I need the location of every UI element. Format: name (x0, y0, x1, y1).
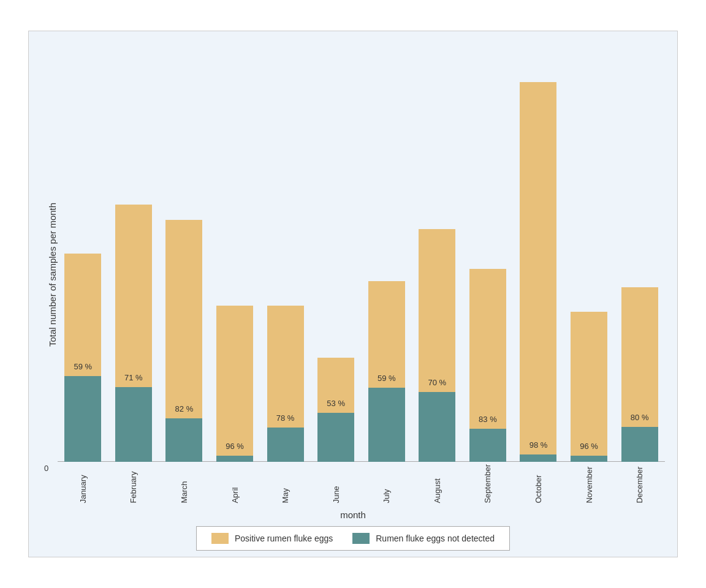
bar-percent-label: 59 % (74, 362, 92, 371)
bar-stack: 82 % (165, 220, 202, 462)
bar-stack: 96 % (216, 306, 253, 462)
bar-positive-segment: 98 % (520, 82, 556, 454)
x-label-slot: April (210, 464, 260, 506)
legend-swatch-positive (211, 533, 229, 544)
bar-slot: 70 % (412, 43, 463, 462)
x-axis-title: month (41, 510, 665, 520)
bar-negative-segment (216, 456, 253, 462)
bar-slot: 80 % (614, 43, 665, 462)
chart-inner: 0 59 %71 %82 %96 %78 %53 %59 %70 %83 %98… (58, 43, 665, 506)
bar-stack: 71 % (115, 205, 152, 462)
x-label-slot: February (108, 464, 159, 506)
x-label-slot: September (463, 464, 514, 506)
bar-positive-segment: 96 % (216, 306, 253, 456)
bar-stack: 98 % (520, 82, 556, 462)
bar-positive-segment: 80 % (621, 287, 658, 427)
legend-label-negative: Rumen fluke eggs not detected (376, 533, 495, 543)
bar-stack: 59 % (368, 281, 405, 462)
bar-negative-segment (368, 388, 405, 462)
bar-negative-segment (621, 427, 658, 462)
bar-percent-label: 71 % (124, 373, 143, 382)
bar-percent-label: 96 % (226, 442, 244, 451)
bar-stack: 70 % (419, 229, 455, 462)
bar-percent-label: 80 % (631, 413, 649, 422)
bars-group: 59 %71 %82 %96 %78 %53 %59 %70 %83 %98 %… (58, 43, 665, 462)
legend-label-positive: Positive rumen fluke eggs (235, 533, 333, 543)
x-axis-month-label: April (230, 464, 240, 506)
x-axis-month-label: October (534, 464, 543, 506)
legend-item-negative: Rumen fluke eggs not detected (352, 533, 495, 544)
bar-negative-segment (115, 387, 152, 462)
bar-negative-segment (165, 418, 202, 462)
chart-area: Total number of samples per month 0 59 %… (41, 43, 665, 506)
bar-stack: 53 % (317, 358, 354, 462)
bar-stack: 80 % (621, 287, 658, 462)
bar-stack: 83 % (469, 269, 506, 462)
x-label-slot: June (311, 464, 362, 506)
x-axis: JanuaryFebruaryMarchAprilMayJuneJulyAugu… (58, 464, 665, 506)
bar-slot: 98 % (513, 43, 564, 462)
bar-positive-segment: 83 % (469, 269, 506, 429)
x-axis-month-label: January (78, 464, 88, 506)
bar-percent-label: 78 % (276, 413, 295, 423)
legend: Positive rumen fluke eggs Rumen fluke eg… (196, 526, 510, 551)
bar-negative-segment (317, 413, 354, 462)
x-axis-month-label: September (483, 464, 492, 506)
bar-percent-label: 53 % (327, 399, 345, 408)
legend-swatch-negative (352, 533, 370, 544)
bar-negative-segment (571, 456, 607, 462)
bar-positive-segment: 78 % (267, 306, 304, 428)
x-label-slot: November (564, 464, 615, 506)
bar-slot: 83 % (463, 43, 514, 462)
bar-percent-label: 70 % (428, 378, 447, 387)
bar-positive-segment: 53 % (317, 358, 354, 413)
bar-stack: 59 % (64, 254, 101, 462)
bar-positive-segment: 59 % (368, 281, 405, 388)
bar-percent-label: 96 % (580, 442, 598, 451)
bar-percent-label: 98 % (530, 440, 548, 450)
bar-negative-segment (469, 429, 506, 462)
x-label-slot: March (159, 464, 210, 506)
x-label-slot: October (513, 464, 564, 506)
bar-stack: 96 % (571, 312, 607, 462)
x-label-slot: January (58, 464, 108, 506)
bar-positive-segment: 82 % (165, 220, 202, 418)
bars-container: 0 59 %71 %82 %96 %78 %53 %59 %70 %83 %98… (58, 43, 665, 462)
x-label-slot: December (614, 464, 665, 506)
legend-item-positive: Positive rumen fluke eggs (211, 533, 333, 544)
bar-stack: 78 % (267, 306, 304, 462)
x-axis-month-label: June (332, 464, 341, 506)
x-axis-month-label: July (382, 464, 391, 506)
bar-slot: 82 % (159, 43, 210, 462)
bar-positive-segment: 71 % (115, 205, 152, 387)
bar-positive-segment: 70 % (419, 229, 455, 392)
zero-label: 0 (44, 464, 48, 473)
x-axis-month-label: December (635, 464, 644, 506)
x-label-slot: August (412, 464, 463, 506)
x-axis-month-label: November (585, 464, 594, 506)
bar-slot: 59 % (361, 43, 412, 462)
x-label-slot: July (361, 464, 412, 506)
bar-positive-segment: 96 % (571, 312, 607, 456)
bar-percent-label: 82 % (175, 404, 194, 413)
x-axis-month-label: August (433, 464, 442, 506)
x-axis-month-label: May (281, 464, 290, 506)
x-axis-month-label: February (129, 464, 138, 506)
chart-container: Total number of samples per month 0 59 %… (28, 31, 678, 557)
bar-slot: 71 % (108, 43, 159, 462)
x-axis-month-label: March (180, 464, 189, 506)
bar-negative-segment (64, 376, 101, 462)
bar-slot: 59 % (58, 43, 108, 462)
bar-negative-segment (267, 428, 304, 462)
bar-negative-segment (419, 392, 455, 462)
x-label-slot: May (260, 464, 311, 506)
bar-percent-label: 59 % (378, 374, 396, 383)
y-axis-label: Total number of samples per month (41, 43, 58, 506)
bar-slot: 96 % (564, 43, 615, 462)
bar-slot: 96 % (210, 43, 260, 462)
bar-negative-segment (520, 454, 556, 462)
bar-positive-segment: 59 % (64, 254, 101, 376)
bar-slot: 78 % (260, 43, 311, 462)
bar-percent-label: 83 % (479, 415, 497, 424)
bar-slot: 53 % (311, 43, 362, 462)
